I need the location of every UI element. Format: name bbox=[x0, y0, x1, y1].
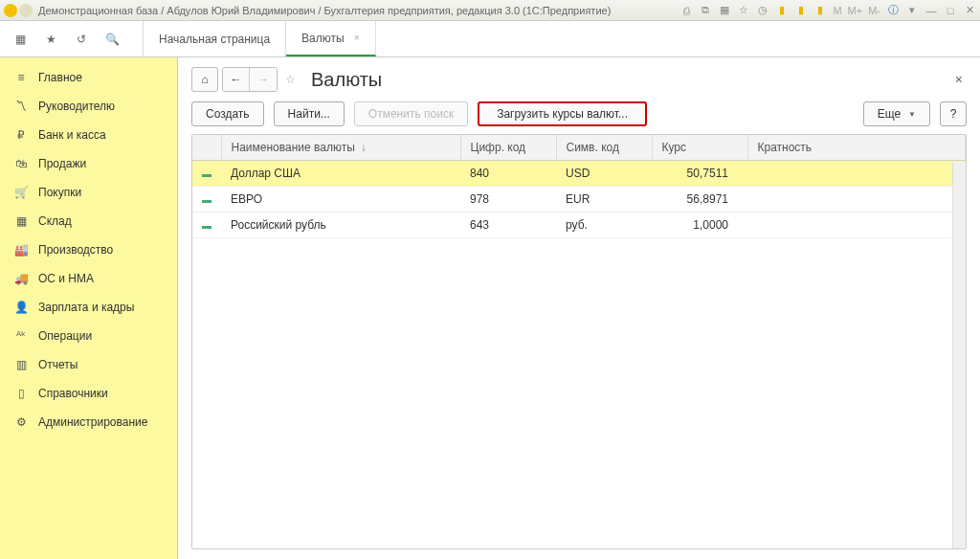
mem-mplus[interactable]: M+ bbox=[848, 5, 863, 16]
sidebar-item-operations[interactable]: ᴬᵏОперации bbox=[0, 322, 177, 350]
mem-mminus[interactable]: M- bbox=[868, 5, 880, 16]
close-button[interactable]: ✕ bbox=[963, 4, 976, 17]
copy-icon[interactable]: ⧉ bbox=[699, 4, 712, 17]
history-icon[interactable]: ↺ bbox=[73, 31, 90, 48]
row-marker-icon: ▬ bbox=[192, 161, 221, 187]
cell-rate: 50,7511 bbox=[652, 161, 747, 187]
main-panel: ⌂ ← → ☆ Валюты × Создать Найти... Отмени… bbox=[178, 57, 980, 559]
clock-icon[interactable]: ◷ bbox=[756, 4, 769, 17]
titlebar-app-icons bbox=[4, 4, 33, 17]
col-symcode[interactable]: Симв. код bbox=[556, 135, 652, 161]
sidebar-item-manager[interactable]: 〽Руководителю bbox=[0, 92, 177, 121]
titlebar: Демонстрационная база / Абдулов Юрий Вла… bbox=[0, 0, 980, 21]
cell-name: Российский рубль bbox=[221, 212, 460, 238]
favorite-icon[interactable]: ★ bbox=[42, 31, 59, 48]
table-header-row: Наименование валюты Цифр. код Симв. код … bbox=[192, 135, 966, 161]
vertical-scrollbar[interactable] bbox=[952, 162, 966, 548]
sidebar-item-label: ОС и НМА bbox=[38, 272, 94, 285]
sidebar-item-label: Отчеты bbox=[38, 358, 78, 371]
home-button[interactable]: ⌂ bbox=[191, 67, 218, 92]
maximize-button[interactable]: □ bbox=[944, 4, 957, 17]
nav-backforward: ← → bbox=[222, 67, 278, 92]
print-icon[interactable]: ⎙ bbox=[679, 4, 693, 17]
panel2-icon[interactable]: ▮ bbox=[794, 4, 808, 17]
sidebar-item-catalogs[interactable]: ▯Справочники bbox=[0, 379, 177, 408]
sidebar-item-bank[interactable]: ₽Банк и касса bbox=[0, 121, 177, 149]
factory-icon: 🏭 bbox=[13, 242, 29, 257]
sidebar: ≡Главное 〽Руководителю ₽Банк и касса 🛍Пр… bbox=[0, 57, 178, 559]
sidebar-item-admin[interactable]: ⚙Администрирование bbox=[0, 408, 177, 436]
load-rates-button[interactable]: Загрузить курсы валют... bbox=[478, 101, 647, 126]
nav-row: ⌂ ← → ☆ Валюты × bbox=[191, 67, 967, 92]
search-icon[interactable]: 🔍 bbox=[103, 31, 121, 48]
dropdown-icon[interactable] bbox=[19, 4, 33, 17]
chart-icon: 〽 bbox=[13, 99, 29, 114]
cell-rate: 56,8971 bbox=[652, 187, 747, 212]
tab-close-icon[interactable]: × bbox=[354, 33, 360, 43]
col-rate[interactable]: Курс bbox=[652, 135, 747, 161]
panel1-icon[interactable]: ▮ bbox=[775, 4, 789, 17]
tab-home-label: Начальная страница bbox=[159, 33, 270, 46]
tab-currencies[interactable]: Валюты × bbox=[286, 21, 375, 56]
cell-sym: EUR bbox=[556, 187, 652, 212]
star-icon[interactable]: ☆ bbox=[737, 4, 750, 17]
sidebar-item-label: Руководителю bbox=[38, 100, 115, 113]
truck-icon: 🚚 bbox=[13, 271, 29, 286]
sidebar-item-label: Операции bbox=[38, 329, 92, 343]
help-button[interactable]: ? bbox=[940, 101, 967, 126]
info-icon[interactable]: ⓘ bbox=[886, 4, 900, 17]
panel3-icon[interactable]: ▮ bbox=[813, 4, 827, 17]
cell-name: ЕВРО bbox=[221, 187, 460, 212]
sidebar-item-production[interactable]: 🏭Производство bbox=[0, 235, 177, 264]
mem-m[interactable]: M bbox=[833, 5, 841, 16]
table-row[interactable]: ▬ Доллар США 840 USD 50,7511 bbox=[192, 161, 966, 187]
more-button[interactable]: Еще bbox=[863, 101, 930, 126]
col-name[interactable]: Наименование валюты bbox=[221, 135, 460, 161]
sidebar-item-main[interactable]: ≡Главное bbox=[0, 63, 177, 92]
close-page-button[interactable]: × bbox=[951, 72, 967, 87]
sidebar-item-label: Покупки bbox=[38, 186, 81, 199]
ops-icon: ᴬᵏ bbox=[13, 328, 29, 344]
info-dropdown-icon[interactable]: ▾ bbox=[905, 4, 919, 17]
cell-num: 643 bbox=[460, 212, 556, 238]
create-button[interactable]: Создать bbox=[191, 101, 264, 126]
favorite-star-icon[interactable]: ☆ bbox=[285, 73, 296, 86]
table-row[interactable]: ▬ ЕВРО 978 EUR 56,8971 bbox=[192, 187, 966, 212]
cart-icon: 🛒 bbox=[13, 185, 29, 200]
row-marker-icon: ▬ bbox=[192, 187, 221, 212]
sidebar-item-reports[interactable]: ▥Отчеты bbox=[0, 350, 177, 379]
find-button[interactable]: Найти... bbox=[274, 101, 345, 126]
sidebar-item-label: Склад bbox=[38, 214, 72, 228]
table-row[interactable]: ▬ Российский рубль 643 руб. 1,0000 bbox=[192, 212, 966, 238]
cell-mult bbox=[747, 161, 966, 187]
sidebar-item-salary[interactable]: 👤Зарплата и кадры bbox=[0, 293, 177, 322]
minimize-button[interactable]: — bbox=[924, 4, 938, 17]
tab-home[interactable]: Начальная страница bbox=[144, 21, 286, 56]
col-numcode[interactable]: Цифр. код bbox=[460, 135, 556, 161]
col-mult[interactable]: Кратность bbox=[747, 135, 966, 161]
sidebar-item-label: Производство bbox=[38, 243, 113, 257]
cell-sym: руб. bbox=[556, 212, 652, 238]
sidebar-item-warehouse[interactable]: ▦Склад bbox=[0, 207, 177, 235]
sidebar-item-sales[interactable]: 🛍Продажи bbox=[0, 149, 177, 178]
sidebar-item-purchases[interactable]: 🛒Покупки bbox=[0, 178, 177, 207]
calc-icon[interactable]: ▦ bbox=[718, 4, 731, 17]
row-marker-icon: ▬ bbox=[192, 212, 221, 238]
back-button[interactable]: ← bbox=[223, 68, 250, 91]
bag-icon: 🛍 bbox=[13, 156, 29, 171]
topbar-icons: ▦ ★ ↺ 🔍 bbox=[0, 21, 144, 56]
sidebar-item-assets[interactable]: 🚚ОС и НМА bbox=[0, 264, 177, 293]
tab-currencies-label: Валюты bbox=[301, 32, 345, 45]
window-title: Демонстрационная база / Абдулов Юрий Вла… bbox=[38, 5, 679, 16]
app-icon bbox=[4, 4, 17, 17]
bars-icon: ▥ bbox=[13, 357, 29, 372]
cell-mult bbox=[747, 187, 966, 212]
home-icon: ≡ bbox=[13, 70, 29, 85]
col-marker[interactable] bbox=[192, 135, 221, 161]
titlebar-right: ⎙ ⧉ ▦ ☆ ◷ ▮ ▮ ▮ M M+ M- ⓘ ▾ — □ ✕ bbox=[679, 4, 976, 17]
sidebar-item-label: Главное bbox=[38, 71, 82, 84]
person-icon: 👤 bbox=[13, 300, 29, 315]
apps-icon[interactable]: ▦ bbox=[11, 31, 29, 48]
cell-num: 978 bbox=[460, 187, 556, 212]
forward-button[interactable]: → bbox=[250, 68, 277, 91]
